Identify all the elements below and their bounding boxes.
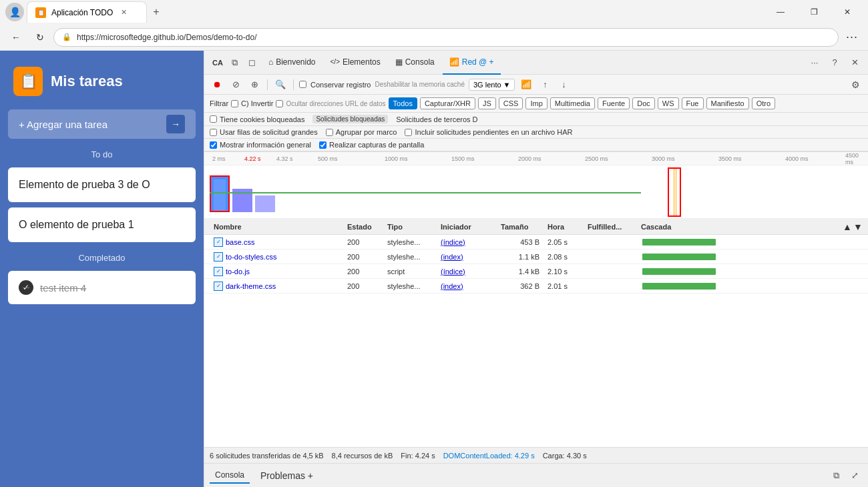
include-pending-checkbox[interactable] bbox=[405, 129, 412, 136]
disable-cache-label: Deshabilitar la memoria caché bbox=[375, 81, 465, 88]
devtools-tab-bar: CA ⧉ ◻ ⌂ Bienvenido </> Elementos ▦ Cons… bbox=[204, 51, 868, 75]
lock-icon: 🔒 bbox=[62, 33, 71, 41]
upload-icon[interactable]: ↑ bbox=[537, 77, 552, 92]
blocked-requests-tag[interactable]: Solicitudes bloqueadas bbox=[312, 115, 388, 123]
time-mark-3000: 3000 ms bbox=[652, 155, 675, 162]
manifest-filter-button[interactable]: Manifiesto bbox=[706, 97, 749, 109]
gear-button[interactable]: ⚙ bbox=[848, 77, 863, 92]
css-filter-button[interactable]: CSS bbox=[499, 97, 523, 109]
todo-item-1[interactable]: Elemento de prueba 3 de O bbox=[8, 167, 196, 202]
todo-item-2[interactable]: O elemento de prueba 1 bbox=[8, 207, 196, 242]
scroll-indicator[interactable]: ▼ bbox=[853, 221, 863, 232]
network-table: Nombre Estado Tipo Iniciador Tamaño Hora… bbox=[204, 219, 868, 447]
download-icon[interactable]: ↓ bbox=[556, 77, 571, 92]
back-button[interactable]: ← bbox=[5, 27, 27, 48]
elements-tab-icon: </> bbox=[331, 58, 340, 65]
fue-filter-button[interactable]: Fue bbox=[682, 97, 704, 109]
row3-status: 200 bbox=[343, 268, 383, 276]
bar-inner bbox=[214, 179, 226, 211]
other-filter-button[interactable]: Otro bbox=[752, 97, 775, 109]
completed-item-1[interactable]: ✓ test item 4 bbox=[8, 271, 196, 304]
row1-initiator[interactable]: (índice) bbox=[437, 238, 497, 246]
col-fulfilled: Fulfilled... bbox=[584, 223, 637, 231]
address-input[interactable]: 🔒 https://microsoftedge.github.io/Demos/… bbox=[53, 28, 839, 47]
toolbar-separator-2 bbox=[293, 79, 294, 90]
media-filter-button[interactable]: Multimedia bbox=[550, 97, 595, 109]
cookies-checkbox[interactable] bbox=[210, 115, 217, 123]
hide-urls-checkbox[interactable] bbox=[276, 100, 283, 107]
tab-welcome[interactable]: ⌂ Bienvenido bbox=[262, 51, 322, 75]
dock-icon[interactable]: ⧉ bbox=[227, 55, 243, 71]
active-tab[interactable]: 📋 Aplicación TODO ✕ bbox=[27, 1, 147, 23]
group-frame-checkbox[interactable] bbox=[326, 129, 333, 136]
row3-initiator[interactable]: (índice) bbox=[437, 268, 497, 276]
time-mark-2500: 2500 ms bbox=[585, 155, 608, 162]
time-label-2ms: 2 ms bbox=[212, 155, 226, 162]
row4-name: ✓ dark-theme.css bbox=[210, 282, 343, 291]
undock-icon[interactable]: ⧉ bbox=[828, 468, 844, 484]
font-filter-button[interactable]: Fuente bbox=[598, 97, 630, 109]
close-window-button[interactable]: ✕ bbox=[832, 1, 863, 23]
tab-close-button[interactable]: ✕ bbox=[118, 7, 129, 18]
table-row[interactable]: ✓ dark-theme.css 200 styleshe... (index)… bbox=[204, 279, 868, 294]
screenshots-checkbox[interactable] bbox=[319, 141, 327, 149]
large-rows-checkbox[interactable] bbox=[210, 129, 217, 136]
row1-cascade bbox=[637, 239, 863, 246]
bottom-bar: Consola Problemas + ⧉ ⤢ bbox=[204, 463, 868, 487]
tab-elements[interactable]: </> Elementos bbox=[324, 51, 387, 75]
row2-initiator[interactable]: (index) bbox=[437, 253, 497, 261]
table-row[interactable]: ✓ base.css 200 styleshe... (índice) 453 … bbox=[204, 235, 868, 250]
expand-icon[interactable]: ⤢ bbox=[847, 468, 863, 484]
network-tab-label: Red @ + bbox=[462, 57, 494, 67]
console-tab-icon: ▦ bbox=[395, 57, 403, 67]
customize-icon[interactable]: ◻ bbox=[244, 55, 260, 71]
bar-3 bbox=[255, 195, 275, 212]
show-overview-checkbox[interactable] bbox=[210, 141, 217, 149]
row4-initiator[interactable]: (index) bbox=[437, 282, 497, 290]
sort-icon[interactable]: ▲ bbox=[843, 221, 852, 232]
add-task-button[interactable]: + Agregar una tarea → bbox=[8, 109, 196, 139]
throttle-dropdown[interactable]: 3G lento ▼ bbox=[469, 79, 515, 91]
large-rows-option: Usar filas de solicitud grandes bbox=[210, 128, 318, 136]
more-button[interactable]: ··· bbox=[841, 27, 863, 48]
tab-console[interactable]: ▦ Consola bbox=[389, 51, 441, 75]
row1-icon: ✓ bbox=[214, 237, 223, 247]
console-bottom-tab[interactable]: Consola bbox=[210, 468, 250, 484]
new-tab-button[interactable]: + bbox=[147, 3, 166, 21]
js-filter-button[interactable]: JS bbox=[478, 97, 496, 109]
restore-button[interactable]: ❐ bbox=[799, 1, 829, 23]
devtools-close-button[interactable]: ✕ bbox=[847, 55, 863, 71]
img-filter-button[interactable]: Imp bbox=[525, 97, 547, 109]
refresh-button[interactable]: ↻ bbox=[29, 27, 51, 48]
stop-button[interactable]: ⊘ bbox=[228, 77, 243, 92]
network-toolbar: ⏺ ⊘ ⊕ 🔍 Conservar registro Deshabilitar … bbox=[204, 75, 868, 95]
devtools-more-button[interactable]: ··· bbox=[807, 55, 823, 71]
minimize-button[interactable]: — bbox=[765, 1, 796, 23]
add-task-arrow-icon: → bbox=[166, 115, 185, 133]
row2-type: styleshe... bbox=[383, 253, 437, 261]
ws-filter-button[interactable]: WS bbox=[658, 97, 679, 109]
problems-tab[interactable]: Problemas + bbox=[255, 468, 318, 484]
green-timeline-line bbox=[210, 192, 641, 193]
requests-text: 6 solicitudes transferidas de 4,5 kB bbox=[210, 452, 324, 460]
devtools-right-controls: ··· ? ✕ bbox=[807, 55, 863, 71]
row4-type: styleshe... bbox=[383, 282, 437, 290]
table-row[interactable]: ✓ to-do.js 200 script (índice) 1.4 kB 2.… bbox=[204, 264, 868, 279]
clear-button[interactable]: ⊕ bbox=[247, 77, 262, 92]
invert-checkbox[interactable] bbox=[231, 100, 238, 107]
profile-icon[interactable]: 👤 bbox=[5, 3, 24, 21]
search-button[interactable]: 🔍 bbox=[273, 77, 288, 92]
wifi-icon[interactable]: 📶 bbox=[519, 77, 533, 92]
doc-filter-button[interactable]: Doc bbox=[632, 97, 655, 109]
tab-network[interactable]: 📶 Red @ + bbox=[443, 51, 501, 75]
row2-status: 200 bbox=[343, 253, 383, 261]
all-filter-button[interactable]: Todos bbox=[389, 97, 417, 109]
xhr-filter-button[interactable]: Capturar/XHR bbox=[420, 97, 475, 109]
row2-name: ✓ to-do-styles.css bbox=[210, 252, 343, 262]
devtools-help-button[interactable]: ? bbox=[827, 55, 843, 71]
preserve-log-checkbox[interactable] bbox=[299, 81, 306, 88]
main-content: 📋 Mis tareas + Agregar una tarea → To do… bbox=[0, 51, 868, 487]
todo-app-icon: 📋 bbox=[13, 67, 43, 96]
table-row[interactable]: ✓ to-do-styles.css 200 styleshe... (inde… bbox=[204, 250, 868, 264]
record-button[interactable]: ⏺ bbox=[210, 77, 224, 92]
